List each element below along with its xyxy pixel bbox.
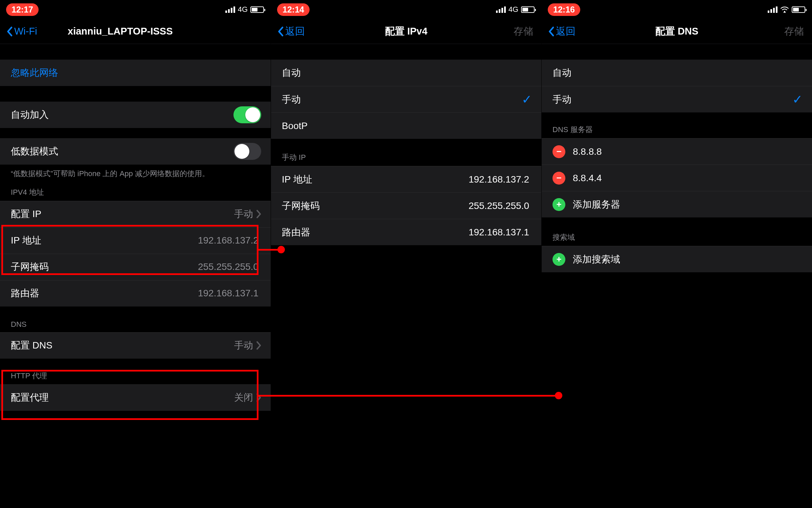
highlight-dot-dns bbox=[555, 392, 562, 399]
configure-ip-label: 配置 IP bbox=[11, 208, 234, 220]
nav-bar: 返回 配置 IPv4 存储 bbox=[271, 19, 541, 44]
auto-join-row: 自动加入 bbox=[0, 102, 271, 128]
recording-time-pill[interactable]: 12:16 bbox=[548, 3, 580, 16]
add-search-label: 添加搜索域 bbox=[573, 253, 803, 266]
configure-ip-row[interactable]: 配置 IP 手动 bbox=[0, 201, 271, 227]
forget-network-row[interactable]: 忽略此网络 bbox=[0, 60, 271, 86]
configure-proxy-value: 关闭 bbox=[234, 391, 253, 404]
configure-dns-value: 手动 bbox=[234, 339, 253, 352]
group-toggles: 自动加入 bbox=[0, 102, 271, 128]
ip-address-row: IP 地址 192.168.137.2 bbox=[0, 227, 271, 254]
add-server-row[interactable]: + 添加服务器 bbox=[542, 191, 812, 217]
wifi-icon bbox=[780, 6, 789, 13]
group-proxy: HTTP 代理 配置代理 关闭 bbox=[0, 371, 271, 411]
group-ip-mode: 自动 手动 ✓ BootP bbox=[271, 60, 541, 139]
back-label: 返回 bbox=[285, 25, 305, 38]
group-manual-ip: 手动 IP IP 地址 192.168.137.2 子网掩码 255.255.2… bbox=[271, 152, 541, 245]
option-bootp-label: BootP bbox=[282, 121, 532, 131]
subnet-mask-label: 子网掩码 bbox=[282, 199, 469, 212]
router-value: 192.168.137.1 bbox=[469, 227, 529, 238]
chevron-left-icon bbox=[548, 26, 555, 37]
network-type: 4G bbox=[238, 5, 248, 14]
back-button[interactable]: 返回 bbox=[277, 25, 305, 38]
svg-point-0 bbox=[784, 11, 785, 12]
option-auto-label: 自动 bbox=[282, 66, 532, 79]
network-type: 4G bbox=[509, 5, 518, 14]
ip-address-value: 192.168.137.2 bbox=[198, 235, 258, 246]
option-manual[interactable]: 手动 ✓ bbox=[542, 86, 812, 112]
group-dns-servers: DNS 服务器 − 8.8.8.8 − 8.8.4.4 + 添加服务器 bbox=[542, 125, 812, 217]
option-auto[interactable]: 自动 bbox=[271, 60, 541, 86]
router-row: 路由器 192.168.137.1 bbox=[0, 280, 271, 306]
remove-server-button[interactable]: − bbox=[552, 145, 565, 158]
low-data-label: 低数据模式 bbox=[11, 145, 233, 158]
configure-proxy-row[interactable]: 配置代理 关闭 bbox=[0, 384, 271, 411]
option-manual-label: 手动 bbox=[552, 93, 792, 106]
status-bar: 12:17 4G bbox=[0, 0, 271, 19]
subnet-mask-row[interactable]: 子网掩码 255.255.255.0 bbox=[271, 192, 541, 219]
dns-header: DNS bbox=[0, 320, 271, 332]
ip-address-label: IP 地址 bbox=[11, 234, 198, 247]
add-search-row[interactable]: + 添加搜索域 bbox=[542, 246, 812, 272]
group-dns: DNS 配置 DNS 手动 bbox=[0, 320, 271, 359]
ip-address-label: IP 地址 bbox=[282, 173, 469, 186]
chevron-right-icon bbox=[256, 210, 261, 218]
battery-icon bbox=[521, 6, 535, 13]
status-right bbox=[768, 6, 805, 13]
option-bootp[interactable]: BootP bbox=[271, 112, 541, 139]
add-search-button[interactable]: + bbox=[552, 253, 565, 266]
option-auto-label: 自动 bbox=[552, 66, 803, 79]
low-data-row: 低数据模式 bbox=[0, 138, 271, 165]
subnet-mask-value: 255.255.255.0 bbox=[469, 200, 529, 211]
add-server-button[interactable]: + bbox=[552, 198, 565, 211]
remove-server-button[interactable]: − bbox=[552, 172, 565, 185]
option-manual-label: 手动 bbox=[282, 93, 522, 106]
router-label: 路由器 bbox=[11, 287, 198, 300]
group-forget: 忽略此网络 bbox=[0, 60, 271, 86]
chevron-left-icon bbox=[277, 26, 284, 37]
configure-dns-label: 配置 DNS bbox=[11, 339, 234, 352]
dns-server-row-2[interactable]: − 8.8.4.4 bbox=[542, 165, 812, 191]
back-label: 返回 bbox=[556, 25, 576, 38]
low-data-toggle[interactable] bbox=[233, 143, 261, 160]
recording-time-pill[interactable]: 12:17 bbox=[6, 3, 39, 16]
low-data-footnote: “低数据模式”可帮助 iPhone 上的 App 减少网络数据的使用。 bbox=[0, 165, 271, 179]
chevron-right-icon bbox=[256, 341, 261, 350]
configure-dns-row[interactable]: 配置 DNS 手动 bbox=[0, 332, 271, 359]
battery-icon bbox=[250, 6, 264, 13]
save-button[interactable]: 存储 bbox=[514, 25, 533, 38]
cellular-signal-icon bbox=[225, 6, 235, 13]
group-ipv4: IPV4 地址 配置 IP 手动 IP 地址 192.168.137.2 子网掩… bbox=[0, 187, 271, 306]
screen-configure-dns: 12:16 返回 配置 DNS 存储 自动 手动 ✓ DNS 服务器 − bbox=[541, 0, 812, 508]
status-bar: 12:16 bbox=[542, 0, 812, 19]
router-value: 192.168.137.1 bbox=[198, 288, 258, 299]
checkmark-icon: ✓ bbox=[792, 92, 803, 107]
add-server-label: 添加服务器 bbox=[573, 198, 803, 211]
ip-address-value: 192.168.137.2 bbox=[469, 174, 529, 185]
router-label: 路由器 bbox=[282, 226, 469, 239]
status-right: 4G bbox=[496, 5, 535, 14]
status-bar: 12:14 4G bbox=[271, 0, 541, 19]
router-row[interactable]: 路由器 192.168.137.1 bbox=[271, 219, 541, 245]
option-auto[interactable]: 自动 bbox=[542, 60, 812, 86]
back-button[interactable]: 返回 bbox=[548, 25, 576, 38]
battery-icon bbox=[792, 6, 805, 13]
proxy-header: HTTP 代理 bbox=[0, 371, 271, 384]
subnet-mask-row: 子网掩码 255.255.255.0 bbox=[0, 254, 271, 280]
dns-server-row-1[interactable]: − 8.8.8.8 bbox=[542, 138, 812, 165]
screen-configure-ipv4: 12:14 4G 返回 配置 IPv4 存储 自动 手动 ✓ BootP 手动 … bbox=[271, 0, 541, 508]
dns-server-value: 8.8.4.4 bbox=[573, 173, 803, 184]
forget-network-label: 忽略此网络 bbox=[11, 66, 261, 79]
auto-join-toggle[interactable] bbox=[233, 106, 261, 123]
recording-time-pill[interactable]: 12:14 bbox=[277, 3, 310, 16]
nav-bar: Wi-Fi xianniu_LAPTOP-ISSS bbox=[0, 19, 271, 44]
group-search-domains: 搜索域 + 添加搜索域 bbox=[542, 232, 812, 272]
subnet-mask-value: 255.255.255.0 bbox=[198, 261, 258, 272]
auto-join-label: 自动加入 bbox=[11, 108, 233, 121]
page-title: 配置 DNS bbox=[542, 25, 812, 38]
dns-servers-header: DNS 服务器 bbox=[542, 125, 812, 138]
page-title: xianniu_LAPTOP-ISSS bbox=[0, 26, 271, 37]
ip-address-row[interactable]: IP 地址 192.168.137.2 bbox=[271, 166, 541, 192]
save-button[interactable]: 存储 bbox=[784, 25, 804, 38]
option-manual[interactable]: 手动 ✓ bbox=[271, 86, 541, 112]
